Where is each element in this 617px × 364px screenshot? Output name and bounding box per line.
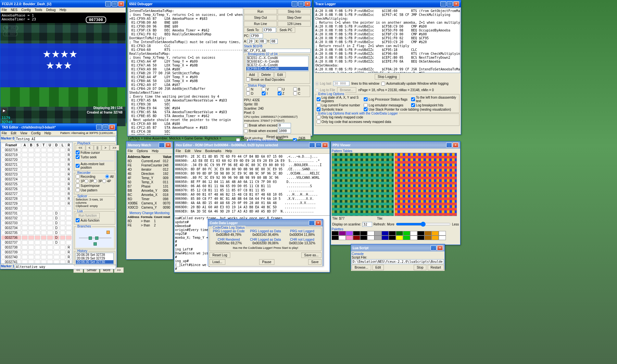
save-btn[interactable]: Save	[308, 259, 321, 265]
maximize-btn[interactable]: □	[112, 1, 118, 6]
pattern-table-0[interactable]	[332, 153, 394, 216]
cycles-label: CPU cycles: 1088566617 (+1088566617)	[244, 115, 311, 118]
pixel-label: Pixel: 0	[244, 111, 311, 115]
menubar: FileEditViewConfigHelp Pattern: Alternat…	[0, 131, 117, 136]
titlebar: 6502 Debugger _□×	[128, 0, 312, 7]
minimize-btn[interactable]: _	[105, 1, 111, 6]
monitor-table[interactable]: AddressFormulaCount reset8D> than1FE> th…	[127, 215, 172, 228]
reset-log-btn[interactable]: Reset Log	[209, 252, 230, 258]
disassembly[interactable]: IntendToSetAmoebaToMap: ; Uses Temp_X/Te…	[128, 8, 243, 135]
hud-timer: AmoebaTimer = 23	[2, 17, 36, 21]
stop-btn[interactable]: Stop	[414, 265, 426, 270]
marker0-input[interactable]	[15, 137, 116, 141]
pause-btn[interactable]: Pause	[259, 259, 274, 265]
history-list[interactable]: 20:06:28 Set 3272820:06:29 Set 3272920:0…	[76, 253, 114, 264]
hex-dump[interactable]: 0068F0: 2E 3C E1 8D B5 7E 6D F0 44 CF B4…	[174, 154, 330, 215]
branches-canvas[interactable]	[76, 228, 114, 248]
ppu-label: PPU: 432E	[244, 98, 311, 102]
playback-status: Displaying 39 / 134Created at frame 3274…	[87, 105, 122, 115]
titlebar: Trace Logger _□×	[314, 0, 461, 7]
saveas-btn[interactable]: Save as...	[301, 252, 321, 258]
stepover-btn[interactable]: Step Over	[278, 15, 311, 20]
stop-logging-btn[interactable]: Stop Logging	[375, 74, 400, 79]
hud-score: 007300	[86, 17, 106, 23]
palette-display[interactable]	[332, 231, 460, 240]
cdl-window: Code Data Logger_× Code/Data Log Status …	[208, 219, 323, 266]
x-input[interactable]	[259, 39, 266, 44]
piano-roll[interactable]: Frame#ABSTUDLR0032718R0032719R0032720R00…	[0, 142, 73, 264]
close-btn[interactable]: ×	[305, 1, 310, 6]
stepout-btn[interactable]: Step Out	[244, 15, 277, 20]
refresh-slider[interactable]	[396, 222, 451, 227]
bp-delete-btn[interactable]: Delete	[258, 72, 274, 78]
breakpoint-list[interactable]: $CE51:-C--X- Conditi$CE60:EC--X- Conditi…	[246, 56, 308, 71]
lua-window: Lua Script_× Console Script File: Browse…	[351, 244, 445, 269]
menu-debug[interactable]: Debug	[46, 8, 56, 12]
break-bad-chk[interactable]: Break on Bad Opcodes	[246, 78, 284, 81]
y-input[interactable]	[271, 39, 278, 44]
menubar: File NES Config Tools Debug Help	[0, 7, 126, 13]
close-btn[interactable]: ×	[118, 1, 124, 6]
tas-window: TAS Editor - ctrlaltdestroy3-bdash* _□× …	[0, 123, 117, 269]
trace-window: Trace Logger _□× A:20 X:0B Y:0B S:F9 P:n…	[313, 0, 461, 135]
bp-add-btn[interactable]: Add	[246, 72, 258, 78]
pause-btn[interactable]: ||	[94, 145, 101, 151]
fceux-window: FCEUX 2.2.0: Boulder_Dash_(U) _□× File N…	[0, 0, 126, 123]
menu-config[interactable]: Config	[21, 8, 31, 12]
browse-btn[interactable]: Browse...	[352, 265, 371, 270]
seek-input[interactable]	[263, 28, 276, 32]
forward-full-btn[interactable]: >>	[110, 145, 120, 151]
pc-label: PC:	[244, 34, 249, 38]
menu-nes[interactable]: NES	[11, 8, 18, 12]
stepinto-btn[interactable]: Step Into	[278, 9, 311, 14]
a-input[interactable]	[247, 39, 255, 44]
sprite-label: Sprite: 00	[244, 103, 311, 106]
menu-file[interactable]: File	[2, 8, 7, 12]
flags-title: Status Flags	[247, 84, 267, 87]
scanline-input[interactable]	[362, 222, 372, 227]
pattern-table-1[interactable]	[395, 153, 457, 216]
marker0-label[interactable]: Marker 0	[1, 137, 14, 141]
watch-table[interactable]: AddressNameValue8DCurrentLevel012FEFrame…	[127, 154, 172, 210]
load-btn[interactable]: Load...	[209, 259, 225, 265]
bp-title: Breakpoints 02 of 04	[247, 52, 279, 56]
script-path-input[interactable]	[352, 259, 444, 264]
maximize-btn[interactable]: □	[298, 1, 304, 6]
minimize-btn[interactable]: _	[292, 1, 297, 6]
ppu-window: PPU Viewer_× Pattern Tables Tile: $77Til…	[331, 141, 460, 245]
rewind-btn[interactable]: <	[86, 145, 94, 151]
seekto-btn[interactable]: Seek To:	[244, 27, 262, 33]
titlebar: TAS Editor - ctrlaltdestroy3-bdash* _□×	[0, 124, 117, 131]
menu-tools[interactable]: Tools	[35, 8, 42, 12]
menu-help[interactable]: Help	[59, 8, 66, 12]
scanline-label: Scanline: 240	[244, 107, 311, 110]
titlebar: FCEUX 2.2.0: Boulder_Dash_(U) _□×	[0, 0, 126, 7]
rewind-full-btn[interactable]: <<	[76, 145, 85, 151]
marker1-label[interactable]: Marker 1	[1, 264, 14, 269]
runline-btn[interactable]: Run Line	[244, 21, 277, 27]
game-display: AmoebaPhase = 1 AmoebaTimer = 23 007300 …	[0, 13, 126, 126]
trace-log[interactable]: A:20 X:0B Y:0B S:F9 P:nvUBdIsc $CC0E:60 …	[314, 8, 460, 73]
run-btn[interactable]: Run	[244, 9, 277, 14]
forward-btn[interactable]: >	[102, 145, 109, 151]
128lines-btn[interactable]: 128 Lines	[278, 21, 311, 27]
pc-input[interactable]	[250, 33, 263, 38]
seekpc-btn[interactable]: Seek PC	[277, 27, 295, 33]
memwatch-window: Memory Watch_× FileOptionsHelp AddressNa…	[126, 141, 173, 260]
instr-label: Instructions: 376847 (+376847)	[244, 119, 311, 122]
stack-label: Stack $01FB	[244, 44, 311, 48]
bp-edit-btn[interactable]: Edit	[274, 72, 286, 78]
edit-btn[interactable]: Edit	[372, 265, 384, 270]
play-icon[interactable]: ▶	[2, 108, 7, 113]
restart-btn[interactable]: Restart	[428, 265, 444, 270]
debugger-window: 6502 Debugger _□× IntendToSetAmoebaToMap…	[127, 0, 312, 136]
